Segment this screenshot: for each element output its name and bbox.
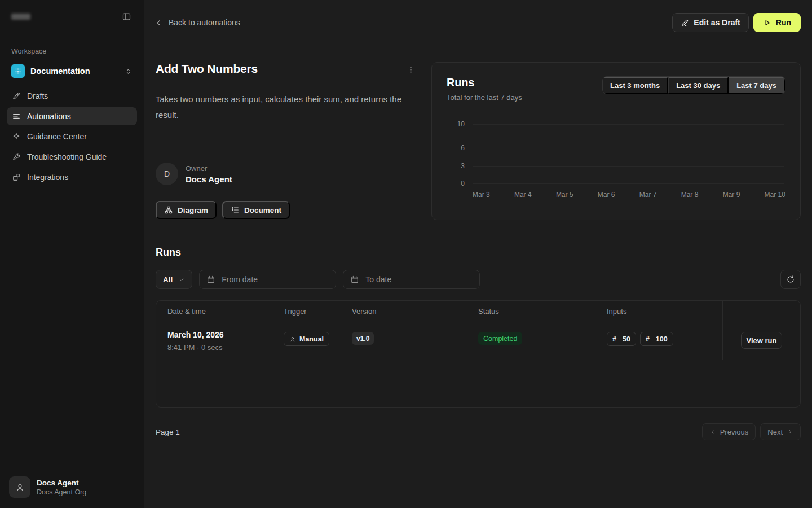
chart-series-line [473, 124, 784, 184]
x-axis-label: Mar 8 [681, 191, 699, 199]
column-header-trigger: Trigger [284, 301, 352, 322]
sidebar-item-label: Integrations [27, 173, 68, 182]
sidebar-nav: Drafts Automations Guidance Center Troub… [7, 87, 137, 186]
status-filter-value: All [163, 275, 173, 284]
run-button-label: Run [776, 18, 791, 27]
section-divider [156, 233, 801, 233]
edit-button-label: Edit as Draft [694, 18, 740, 27]
list-icon [12, 112, 21, 121]
range-selector: Last 3 months Last 30 days Last 7 days [602, 76, 785, 94]
x-axis-label: Mar 4 [514, 191, 532, 199]
input-value: 100 [656, 335, 668, 343]
range-last-7-days[interactable]: Last 7 days [729, 77, 785, 94]
next-label: Next [767, 428, 783, 436]
run-date: March 10, 2026 [167, 330, 284, 339]
gridline [473, 148, 784, 148]
sidebar-collapse-button[interactable] [119, 9, 134, 24]
x-axis-label: Mar 5 [556, 191, 573, 199]
sidebar-item-automations[interactable]: Automations [7, 107, 137, 125]
pagination: Page 1 Previous Next [156, 423, 801, 440]
refresh-icon [786, 275, 795, 284]
from-date-input[interactable]: From date [199, 270, 336, 289]
chart-x-axis: Mar 3Mar 4Mar 5Mar 6Mar 7Mar 8Mar 9Mar 1… [473, 191, 785, 199]
run-button[interactable]: Run [753, 13, 801, 32]
chevron-right-icon [787, 428, 793, 435]
x-axis-label: Mar 7 [639, 191, 657, 199]
column-header-inputs: Inputs [607, 301, 722, 322]
panel-icon [122, 12, 131, 21]
diagram-button[interactable]: Diagram [156, 201, 217, 219]
gridline [473, 183, 784, 184]
version-badge: v1.0 [352, 332, 374, 345]
range-last-30-days[interactable]: Last 30 days [668, 77, 729, 94]
sparkle-icon [12, 132, 21, 141]
chart-plot-area: 10630 [473, 124, 784, 184]
ordered-list-icon [231, 205, 240, 214]
y-axis-label: 0 [447, 179, 465, 187]
document-button[interactable]: Document [222, 201, 290, 219]
person-icon [289, 336, 296, 343]
sidebar: Workspace Documentation Drafts Automatio… [0, 0, 144, 508]
more-options-button[interactable] [403, 62, 418, 77]
column-header-actions [722, 301, 800, 322]
owner-row: D Owner Docs Agent [156, 163, 418, 185]
pencil-icon [681, 19, 689, 27]
sidebar-item-label: Drafts [27, 91, 48, 100]
blocks-icon [12, 173, 21, 182]
runs-chart: 10630 Mar 3Mar 4Mar 5Mar 6Mar 7Mar 8Mar … [447, 124, 785, 199]
x-axis-label: Mar 10 [765, 191, 785, 199]
run-time-meta: 8:41 PM · 0 secs [167, 343, 284, 352]
status-filter-dropdown[interactable]: All [156, 270, 192, 289]
y-axis-label: 3 [447, 162, 465, 170]
hash-icon: # [646, 335, 650, 343]
to-date-input[interactable]: To date [343, 270, 480, 289]
owner-avatar: D [156, 163, 178, 185]
view-run-button[interactable]: View run [741, 332, 782, 349]
owner-initial: D [164, 169, 170, 178]
column-header-date: Date & time [156, 301, 284, 322]
chart-subtitle: Total for the last 7 days [447, 93, 522, 102]
back-to-automations-link[interactable]: Back to automations [156, 18, 240, 27]
y-axis-label: 10 [447, 120, 465, 128]
gridline [473, 166, 784, 167]
sidebar-item-integrations[interactable]: Integrations [7, 168, 137, 186]
back-link-label: Back to automations [169, 18, 240, 27]
sidebar-item-label: Automations [27, 112, 71, 121]
x-axis-label: Mar 9 [723, 191, 740, 199]
refresh-button[interactable] [780, 270, 801, 289]
next-page-button[interactable]: Next [760, 423, 801, 440]
column-header-status: Status [478, 301, 607, 322]
workspace-selector[interactable]: Documentation [7, 61, 137, 81]
user-name: Docs Agent [37, 479, 86, 487]
column-header-version: Version [352, 301, 478, 322]
edit-as-draft-button[interactable]: Edit as Draft [672, 13, 748, 32]
from-date-placeholder: From date [222, 275, 258, 284]
chevron-down-icon [178, 276, 185, 283]
sidebar-user[interactable]: Docs Agent Docs Agent Org [7, 474, 137, 500]
kebab-icon [407, 65, 415, 74]
runs-section-title: Runs [156, 247, 801, 259]
chevron-up-down-icon [124, 67, 133, 76]
diagram-button-label: Diagram [178, 206, 208, 214]
table-header: Date & time Trigger Version Status Input… [156, 301, 800, 322]
arrow-left-icon [156, 19, 164, 27]
automation-description: Takes two numbers as input, calculates t… [156, 91, 404, 123]
app-logo [11, 14, 30, 20]
runs-table: Date & time Trigger Version Status Input… [156, 300, 801, 408]
owner-name: Docs Agent [186, 174, 232, 184]
topbar: Back to automations Edit as Draft Run [156, 0, 801, 43]
sidebar-item-label: Troubleshooting Guide [27, 152, 107, 161]
previous-page-button[interactable]: Previous [702, 423, 756, 440]
table-row: March 10, 2026 8:41 PM · 0 secs Manual v… [156, 322, 800, 360]
sidebar-item-drafts[interactable]: Drafts [7, 87, 137, 105]
workspace-section-label: Workspace [11, 47, 133, 55]
range-last-3-months[interactable]: Last 3 months [603, 77, 668, 94]
trigger-badge: Manual [284, 332, 329, 346]
sidebar-item-troubleshooting-guide[interactable]: Troubleshooting Guide [7, 148, 137, 166]
chart-title: Runs [447, 76, 522, 89]
sidebar-item-guidance-center[interactable]: Guidance Center [7, 128, 137, 146]
play-icon [763, 19, 771, 27]
gridline [473, 124, 784, 125]
workspace-name: Documentation [30, 67, 118, 76]
user-org: Docs Agent Org [37, 488, 86, 496]
